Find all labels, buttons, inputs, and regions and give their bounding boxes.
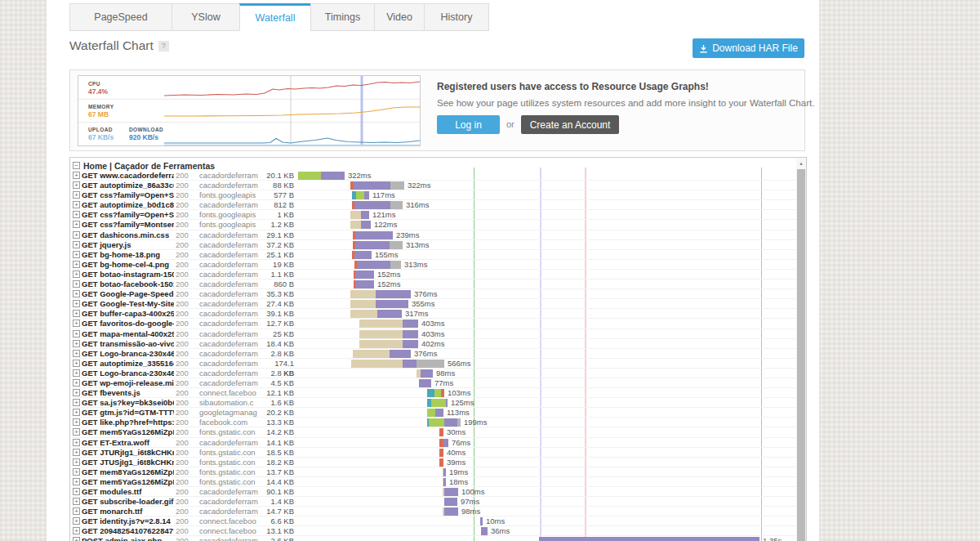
create-account-button[interactable]: Create an Account [521,115,619,134]
table-row[interactable]: +GET modules.ttf200cacadordeferram90.1 K… [70,487,796,497]
table-row[interactable]: +GET fbevents.js200connect.faceboo12.1 K… [70,388,796,398]
table-row[interactable]: +GET mem8YaGs126MiZpBA-I200fonts.gstatic… [70,467,796,477]
expand-icon[interactable]: + [73,418,80,426]
expand-icon[interactable]: + [73,340,80,347]
table-row[interactable]: +GET subscribe-loader.gif200cacadordefer… [70,497,796,507]
table-row[interactable]: +GET mapa-mental-400x250.200cacadordefer… [70,329,796,339]
expand-icon[interactable]: + [73,409,80,416]
tab-video[interactable]: Video [374,3,425,31]
expand-icon[interactable]: + [73,369,80,377]
tab-history[interactable]: History [424,3,489,31]
expand-icon[interactable]: + [73,428,80,436]
table-row[interactable]: +GET autoptimize_b0d1c8d32200cacadordefe… [70,200,796,210]
expand-icon[interactable]: + [73,231,80,239]
status-code: 200 [176,230,195,240]
table-row[interactable]: +GET ET-Extra.woff200cacadordeferram14.1… [70,438,796,448]
scroll-up-icon[interactable]: ▲ [796,158,806,169]
table-row[interactable]: +GET buffer-capa3-400x250.p200cacadordef… [70,309,796,319]
expand-icon[interactable]: + [73,280,80,288]
expand-icon[interactable]: + [73,221,80,228]
expand-icon[interactable]: + [73,537,80,541]
expand-icon[interactable]: + [73,468,80,476]
table-row[interactable]: +GET sa.js?key=bk3sei0b6idv200sibautomat… [70,398,796,408]
table-row[interactable]: +GET mem5YaGs126MiZpBA-I200fonts.gstatic… [70,477,796,487]
table-row[interactable]: +GET mem5YaGs126MiZpBA-I200fonts.gstatic… [70,427,796,437]
help-icon[interactable]: ? [158,41,169,51]
expand-icon[interactable]: + [73,191,80,199]
table-row[interactable]: +GET Logo-branca-230x46.pn200cacadordefe… [70,369,796,378]
table-row[interactable]: +GET favoritos-do-google-chr200cacadorde… [70,319,796,329]
expand-icon[interactable]: + [73,270,80,278]
segment-connect [356,191,364,199]
download-icon [699,44,708,53]
expand-icon[interactable]: + [73,379,80,387]
waterfall-group-header[interactable]: − Home | Caçador de Ferramentas [73,160,215,171]
table-row[interactable]: +GET bg-home-18.png200cacadordeferram25.… [70,250,796,260]
expand-icon[interactable]: + [73,320,80,327]
expand-icon[interactable]: + [73,330,80,338]
table-row[interactable]: +GET autoptimize_86a33c6f6200cacadordefe… [70,181,796,190]
expand-icon[interactable]: + [73,181,80,189]
expand-icon[interactable]: + [73,488,80,495]
table-row[interactable]: +GET css?family=Open+Sans:200fonts.googl… [70,190,796,200]
expand-icon[interactable]: + [73,498,80,505]
table-row[interactable]: +GET Google-Page-Speed-Ins200cacadordefe… [70,289,796,299]
segment-wait [444,507,458,516]
table-row[interactable]: +GET css?family=Montserrat:200fonts.goog… [70,220,796,230]
table-row[interactable]: +GET botao-facebook-150x45200cacadordefe… [70,279,796,289]
table-row[interactable]: +GET jquery.js200cacadordeferram37.2 KB3… [70,240,796,250]
table-row[interactable]: +GET gtm.js?id=GTM-TTTWW200googletagmana… [70,408,796,418]
expand-icon[interactable]: + [73,350,80,357]
login-button[interactable]: Log in [437,115,500,134]
segment-connect [427,409,435,417]
status-code: 200 [176,458,195,467]
table-row[interactable]: +GET transmissão-ao-vivo-no200cacadordef… [70,339,796,349]
table-row[interactable]: +POST admin-ajax.php200cacadordeferram2.… [70,536,796,541]
table-row[interactable]: +GET css?family=Open+Sans:200fonts.googl… [70,210,796,220]
expand-icon[interactable]: + [73,300,80,307]
expand-icon[interactable]: + [73,310,80,317]
expand-icon[interactable]: + [73,211,80,218]
expand-icon[interactable]: + [73,290,80,297]
timing-label: 10ms [486,517,505,525]
table-row[interactable]: +GET like.php?href=https://v200facebook.… [70,418,796,427]
tab-pagespeed[interactable]: PageSpeed [69,3,172,31]
expand-icon[interactable]: + [73,449,80,456]
table-row[interactable]: +GET Google-Test-My-Site-ca200cacadordef… [70,299,796,309]
expand-icon[interactable]: + [73,399,80,406]
expand-icon[interactable]: + [73,478,80,485]
expand-icon[interactable]: + [73,389,80,396]
expand-icon[interactable]: + [73,507,80,515]
table-row[interactable]: +GET monarch.ttf200cacadordeferram14.7 K… [70,507,796,516]
table-row[interactable]: +GET identity.js?v=2.8.14200connect.face… [70,516,796,526]
table-row[interactable]: +GET Logo-branca-230x46.pn200cacadordefe… [70,349,796,359]
tab-timings[interactable]: Timings [310,3,375,31]
table-row[interactable]: +GET bg-home-cel-4.png200cacadordeferram… [70,260,796,270]
expand-icon[interactable]: + [73,201,80,208]
expand-icon[interactable]: + [73,517,80,525]
expand-icon[interactable]: + [73,261,80,268]
expand-icon[interactable]: + [73,360,80,367]
expand-icon[interactable]: + [73,527,80,534]
expand-icon[interactable]: + [73,439,80,446]
expand-icon[interactable]: + [73,241,80,248]
expand-icon[interactable]: + [73,458,80,466]
table-row[interactable]: +GET autoptimize_335516d49200cacadordefe… [70,359,796,369]
expand-icon[interactable]: + [73,172,80,179]
collapse-icon[interactable]: − [73,162,80,169]
table-row[interactable]: +GET JTUSjIg1_i6t8kCHKm45200fonts.gstati… [70,458,796,467]
table-row[interactable]: +GET www.cacadordeferrame200cacadordefer… [70,171,796,181]
table-row[interactable]: +GET dashicons.min.css200cacadordeferram… [70,230,796,240]
table-row[interactable]: +GET botao-instagram-150x4200cacadordefe… [70,270,796,279]
scrollbar-thumb[interactable] [797,169,805,541]
timing-bar: 97ms [444,498,479,506]
table-row[interactable]: +GET JTURjIg1_i6t8kCHKm45200fonts.gstati… [70,448,796,458]
scrollbar[interactable]: ▲ [796,158,806,541]
tab-waterfall[interactable]: Waterfall [239,3,311,31]
download-har-button[interactable]: Download HAR File [693,38,804,58]
resource-usage-graph[interactable]: CPU 47.4% MEMORY 67 MB UPLOAD 67 KB/s DO… [78,75,421,146]
table-row[interactable]: +GET wp-emoji-release.min.js200cacadorde… [70,378,796,388]
tab-yslow[interactable]: YSlow [172,3,240,31]
table-row[interactable]: +GET 20948254107622847?v=200connect.face… [70,526,796,536]
expand-icon[interactable]: + [73,251,80,258]
